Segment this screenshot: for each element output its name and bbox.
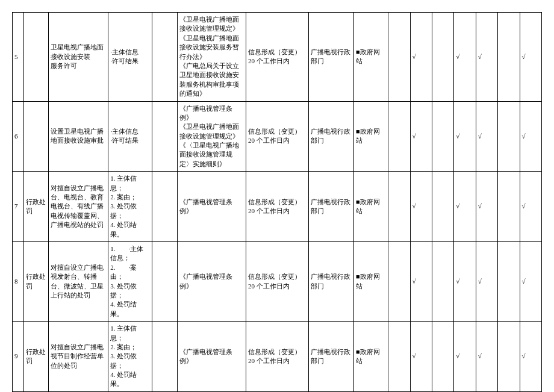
- cell-spacer-1: [152, 172, 177, 242]
- cell-chk-3: [432, 101, 453, 172]
- check-icon: [456, 278, 459, 285]
- cell-chk-3: [432, 13, 453, 102]
- filled-square-icon: [356, 128, 360, 135]
- cell-channel: 政府网站: [353, 322, 388, 392]
- cell-chk-1: [388, 322, 410, 392]
- cell-dept: 广播电视行政部门: [309, 322, 354, 392]
- cell-chk-5: [476, 172, 497, 242]
- table-row: 8行政处罚对擅自设立广播电视发射台、转播台、微波站、卫星上行站的处罚1. ·主体…: [13, 241, 542, 321]
- cell-chk-1: [388, 172, 410, 242]
- check-icon: [412, 278, 416, 285]
- cell-chk-5: [476, 322, 497, 392]
- cell-cat: [23, 101, 49, 172]
- check-icon: [522, 352, 526, 359]
- cell-chk-3: [432, 241, 453, 321]
- cell-content: 1. 主体信息； 2. 案由； 3. 处罚依据； 4. 处罚结果。: [108, 322, 152, 392]
- disclosure-table: 5卫星电视广播地面接收设施安装 服务许可·主体信息 ·许可结果《卫星电视广播地面…: [12, 12, 542, 392]
- cell-chk-2: [410, 13, 432, 102]
- cell-chk-3: [432, 172, 453, 242]
- cell-cat: 行政处罚: [23, 172, 49, 242]
- filled-square-icon: [356, 273, 360, 280]
- cell-chk-4: [454, 13, 476, 102]
- cell-spacer-1: [152, 13, 177, 102]
- cell-chk-4: [454, 322, 476, 392]
- cell-content: ·主体信息 ·许可结果: [108, 13, 152, 102]
- check-icon: [456, 352, 459, 359]
- channel-label: 政府网站: [356, 128, 380, 144]
- filled-square-icon: [356, 198, 360, 205]
- check-icon: [522, 53, 526, 60]
- cell-idx: 6: [13, 101, 24, 172]
- cell-time: 信息形成（变更）20 个工作日内: [246, 172, 308, 242]
- channel-label: 政府网站: [356, 48, 380, 64]
- cell-chk-1: [388, 13, 410, 102]
- filled-square-icon: [356, 48, 360, 55]
- cell-chk-4: [454, 101, 476, 172]
- check-icon: [412, 53, 416, 60]
- cell-chk-5: [476, 241, 497, 321]
- cell-chk-2: [410, 172, 432, 242]
- cell-chk-3: [432, 322, 453, 392]
- cell-item: 卫星电视广播地面接收设施安装 服务许可: [49, 13, 108, 102]
- cell-cat: 行政处罚: [23, 241, 49, 321]
- cell-time: 信息形成（变更）20 个工作日内: [246, 322, 308, 392]
- cell-chk-2: [410, 322, 432, 392]
- cell-dept: 广播电视行政部门: [309, 13, 354, 102]
- channel-label: 政府网站: [356, 348, 380, 364]
- cell-chk-5: [476, 13, 497, 102]
- cell-chk-6: [498, 101, 520, 172]
- cell-time: 信息形成（变更）20 个工作日内: [246, 101, 308, 172]
- cell-item: 设置卫星电视广播地面接收设施审批: [49, 101, 108, 172]
- table-row: 6设置卫星电视广播地面接收设施审批·主体信息 ·许可结果《广播电视管理条例》 《…: [13, 101, 542, 172]
- channel-label: 政府网站: [356, 198, 380, 214]
- cell-time: 信息形成（变更）20 个工作日内: [246, 13, 308, 102]
- cell-channel: 政府网站: [353, 13, 388, 102]
- cell-chk-4: [454, 172, 476, 242]
- cell-chk-7: [520, 13, 541, 102]
- check-icon: [478, 352, 482, 359]
- cell-idx: 7: [13, 172, 24, 242]
- cell-content: ·主体信息 ·许可结果: [108, 101, 152, 172]
- check-icon: [478, 202, 482, 210]
- cell-item: 对擅自设立广播电视节目制作经营单位的处罚: [49, 322, 108, 392]
- check-icon: [478, 278, 482, 285]
- cell-channel: 政府网站: [353, 241, 388, 321]
- check-icon: [478, 53, 482, 60]
- cell-item: 对擅自设立广播电视发射台、转播台、微波站、卫星上行站的处罚: [49, 241, 108, 321]
- channel-label: 政府网站: [356, 273, 380, 289]
- cell-chk-6: [498, 172, 520, 242]
- cell-time: 信息形成（变更）20 个工作日内: [246, 241, 308, 321]
- check-icon: [412, 202, 416, 210]
- cell-chk-2: [410, 241, 432, 321]
- check-icon: [522, 278, 526, 285]
- filled-square-icon: [356, 348, 360, 355]
- check-icon: [412, 352, 416, 359]
- cell-item: 对擅自设立广播电台、电视台、教育电视台、有线广播电视传输覆盖网、广播电视站的处罚: [49, 172, 108, 242]
- check-icon: [412, 132, 416, 140]
- cell-spacer-1: [152, 322, 177, 392]
- cell-chk-1: [388, 241, 410, 321]
- check-icon: [478, 132, 482, 140]
- cell-chk-7: [520, 322, 541, 392]
- cell-spacer-1: [152, 101, 177, 172]
- cell-chk-1: [388, 101, 410, 172]
- cell-channel: 政府网站: [353, 101, 388, 172]
- cell-chk-4: [454, 241, 476, 321]
- cell-chk-7: [520, 101, 541, 172]
- check-icon: [456, 53, 459, 60]
- cell-dept: 广播电视行政部门: [309, 241, 354, 321]
- cell-dept: 广播电视行政部门: [309, 172, 354, 242]
- cell-idx: 8: [13, 241, 24, 321]
- cell-chk-6: [498, 13, 520, 102]
- cell-chk-7: [520, 172, 541, 242]
- cell-dept: 广播电视行政部门: [309, 101, 354, 172]
- cell-spacer-1: [152, 241, 177, 321]
- table-row: 5卫星电视广播地面接收设施安装 服务许可·主体信息 ·许可结果《卫星电视广播地面…: [13, 13, 542, 102]
- check-icon: [522, 132, 526, 140]
- cell-basis: 《卫星电视广播地面接收设施管理规定》 《卫星电视广播地面接收设施安装服务暂行办法…: [177, 13, 246, 102]
- cell-basis: 《广播电视管理条例》: [177, 322, 246, 392]
- check-icon: [522, 202, 526, 210]
- cell-content: 1. ·主体信息； 2. ·案由； 3. 处罚依据； 4. 处罚结果。: [108, 241, 152, 321]
- cell-chk-2: [410, 101, 432, 172]
- cell-idx: 5: [13, 13, 24, 102]
